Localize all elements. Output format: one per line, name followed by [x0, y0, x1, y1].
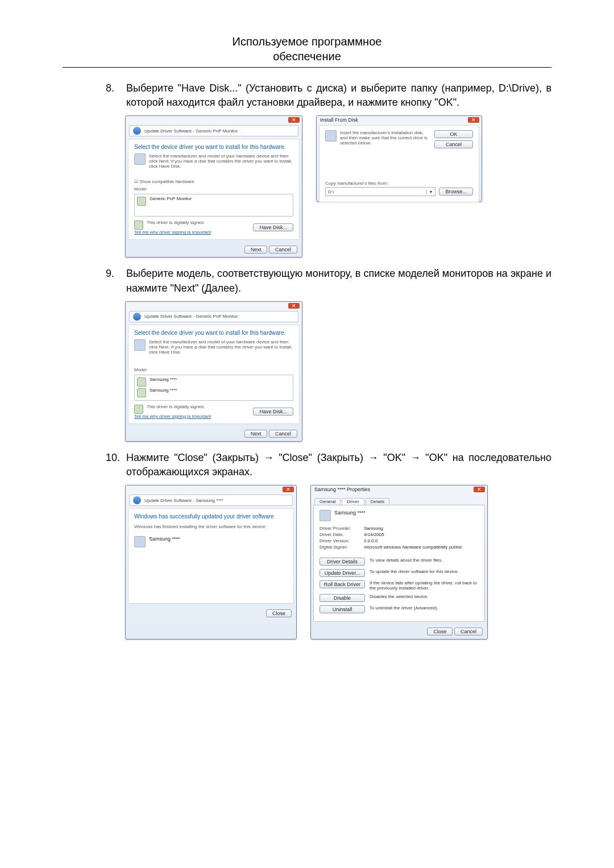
tab-driver[interactable]: Driver [342, 498, 364, 505]
properties-dialog: Samsung **** Properties ✕ General Driver… [310, 485, 488, 639]
dialog-buttons: Next Cancel [126, 242, 302, 257]
signing-link[interactable]: Tell me why driver signing is important [134, 230, 211, 235]
dialog-body: Select the device driver you want to ins… [128, 139, 300, 240]
titlebar: ✕ [126, 485, 296, 493]
signed-text: This driver is digitally signed. [147, 404, 205, 409]
browse-button[interactable]: Browse... [439, 188, 473, 196]
close-icon[interactable]: ✕ [283, 487, 294, 492]
cancel-button[interactable]: Cancel [454, 628, 483, 636]
have-disk-button[interactable]: Have Disk... [253, 408, 293, 416]
provider-label: Driver Provider: [320, 526, 364, 531]
driver-details-button[interactable]: Driver Details [320, 558, 365, 566]
back-icon[interactable] [133, 127, 141, 135]
device-icon [137, 197, 146, 206]
tab-general[interactable]: General [314, 498, 341, 505]
install-from-disk-dialog: Install From Disk ✕ Insert the manufactu… [316, 115, 482, 202]
rollback-button[interactable]: Roll Back Driver [320, 580, 365, 588]
select-model-dialog: ✕ Update Driver Software - Generic PnP M… [125, 301, 302, 442]
device-icon [137, 388, 146, 397]
device-name: Samsung **** [149, 536, 180, 542]
cancel-button[interactable]: Cancel [434, 140, 473, 148]
back-icon[interactable] [133, 496, 141, 504]
disable-desc: Disables the selected device. [370, 594, 479, 599]
description-row: Select the manufacturer and model of you… [134, 153, 293, 169]
have-disk-button[interactable]: Have Disk... [253, 223, 293, 231]
date-label: Driver Date: [320, 532, 364, 537]
step-10: 10. Нажмите "Close" (Закрыть) → "Close" … [106, 451, 551, 479]
model-list[interactable]: Generic PnP Monitor [134, 194, 293, 217]
dialog-title: Install From Disk [320, 117, 358, 123]
model-header: Model [134, 367, 293, 372]
breadcrumb-text: Update Driver Software - Generic PnP Mon… [144, 128, 238, 134]
signer-value: microsoft windows hardware compatibility… [364, 545, 462, 550]
success-title: Windows has successfully updated your dr… [134, 513, 288, 520]
disable-button[interactable]: Disable [320, 594, 365, 602]
ok-button[interactable]: OK [434, 130, 473, 138]
next-button[interactable]: Next [244, 430, 268, 438]
success-desc: Windows has finished installing the driv… [134, 524, 288, 529]
cancel-button[interactable]: Cancel [269, 430, 297, 438]
close-icon[interactable]: ✕ [474, 487, 485, 492]
monitor-icon [134, 339, 146, 351]
titlebar: ✕ [126, 302, 302, 310]
breadcrumb: Update Driver Software - Generic PnP Mon… [129, 125, 298, 136]
step-9-number: 9. [106, 267, 126, 295]
step-10-number: 10. [106, 451, 126, 479]
header-divider [63, 67, 551, 68]
path-dropdown[interactable]: D:\ ▾ [325, 187, 435, 196]
dialog-title: Select the device driver you want to ins… [134, 144, 293, 150]
device-row: Samsung **** [134, 536, 288, 547]
path-value: D:\ [326, 189, 426, 194]
properties-body: Samsung **** Driver Provider:Samsung Dri… [313, 505, 485, 622]
step-9: 9. Выберите модель, соответствующую мони… [106, 267, 551, 295]
step-8-screenshots: ✕ Update Driver Software - Generic PnP M… [125, 115, 551, 258]
cancel-button[interactable]: Cancel [269, 246, 297, 254]
header-line1: Используемое программное [233, 35, 382, 48]
breadcrumb: Update Driver Software - Generic PnP Mon… [129, 311, 298, 322]
driver-details-desc: To view details about the driver files. [370, 558, 479, 563]
description-row: Insert the manufacturer's installation d… [325, 130, 473, 148]
model-item[interactable]: Generic PnP Monitor [150, 196, 192, 201]
description-text: Insert the manufacturer's installation d… [340, 130, 431, 146]
uninstall-desc: To uninstall the driver (Advanced). [370, 605, 479, 610]
step-8-number: 8. [106, 81, 126, 110]
header-line2: обеспечение [273, 50, 341, 63]
chevron-down-icon[interactable]: ▾ [426, 189, 435, 194]
success-dialog: ✕ Update Driver Software - Samsung **** … [125, 485, 297, 639]
model-item-2[interactable]: Samsung **** [150, 388, 177, 393]
update-driver-button[interactable]: Update Driver... [320, 569, 365, 577]
step-9-screenshots: ✕ Update Driver Software - Generic PnP M… [125, 301, 551, 442]
monitor-icon [134, 536, 146, 547]
close-button[interactable]: Close [427, 628, 453, 636]
uninstall-button[interactable]: Uninstall [320, 605, 365, 613]
page-header: Используемое программное обеспечение [63, 34, 551, 64]
close-icon[interactable]: ✕ [288, 117, 300, 123]
update-driver-desc: To update the driver software for this d… [370, 569, 479, 574]
step-10-screenshots: ✕ Update Driver Software - Samsung **** … [125, 485, 551, 639]
next-button[interactable]: Next [244, 246, 268, 254]
property-tabs: General Driver Details [314, 498, 487, 505]
monitor-icon [320, 510, 331, 521]
compatible-checkbox[interactable]: ☑ Show compatible hardware [134, 179, 293, 184]
dialog-buttons: Next Cancel [126, 426, 302, 441]
model-item-1[interactable]: Samsung **** [150, 377, 177, 382]
step-9-text: Выберите модель, соответствующую монитор… [126, 267, 551, 295]
titlebar: Samsung **** Properties ✕ [311, 485, 487, 495]
close-button[interactable]: Close [266, 609, 292, 617]
description-text: Select the manufacturer and model of you… [149, 339, 293, 355]
back-icon[interactable] [133, 313, 141, 321]
titlebar: Install From Disk ✕ [317, 116, 482, 125]
signer-label: Digital Signer: [320, 545, 364, 550]
signed-text: This driver is digitally signed. [147, 220, 205, 225]
update-driver-dialog: ✕ Update Driver Software - Generic PnP M… [125, 115, 302, 258]
tab-details[interactable]: Details [366, 498, 389, 505]
signing-link[interactable]: Tell me why driver signing is important [134, 414, 211, 419]
description-row: Select the manufacturer and model of you… [134, 339, 293, 355]
dialog-title: Select the device driver you want to ins… [134, 330, 293, 336]
model-list[interactable]: Samsung **** Samsung **** [134, 375, 293, 401]
close-icon[interactable]: ✕ [468, 117, 479, 123]
close-icon[interactable]: ✕ [288, 303, 300, 309]
copy-from-label: Copy manufacturer's files from: [325, 181, 473, 186]
step-8-text: Выберите "Have Disk..." (Установить с ди… [126, 81, 551, 110]
shield-icon [134, 221, 143, 230]
